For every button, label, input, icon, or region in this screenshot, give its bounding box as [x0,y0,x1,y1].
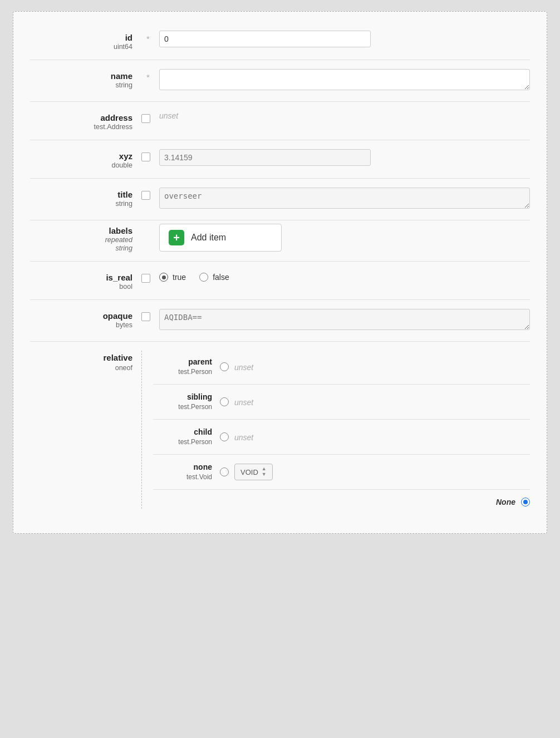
field-id-content [155,31,530,47]
sub-field-child: child test.Person unset [153,421,530,453]
xyz-input [159,149,371,166]
field-opaque: opaque bytes [30,301,530,340]
title-checkbox[interactable] [141,191,150,200]
field-labels-content: + Add item [155,224,530,252]
none-selected-row: None [153,491,530,509]
add-item-label: Add item [191,233,226,243]
title-input [159,188,530,209]
field-relative: relative oneof parent test.Person unset … [30,343,530,516]
void-select[interactable]: VOID ▲ ▼ [234,464,273,480]
sub-field-none: none test.Void VOID ▲ ▼ [153,456,530,488]
sibling-radio[interactable] [220,397,229,406]
sub-field-sibling-label: sibling test.Person [153,392,220,411]
field-title: title string [30,180,530,219]
field-opaque-label: opaque bytes [30,309,141,329]
is-real-false-radio[interactable] [199,273,208,282]
xyz-checkbox[interactable] [141,152,150,161]
field-labels: labels repeated string + Add item [30,222,530,260]
field-is-real: is_real bool true false [30,263,530,298]
none-row-inner: None [153,498,530,506]
relative-name: relative [30,353,132,362]
field-title-content [155,188,530,211]
sub-field-parent-label: parent test.Person [153,357,220,376]
is-real-true-radio[interactable] [159,273,168,282]
add-item-button[interactable]: + [169,230,184,245]
none-selected-radio[interactable] [521,498,530,506]
field-address: address test.Address unset [30,103,530,139]
field-opaque-content [155,309,530,332]
field-id-label: id uint64 [30,31,141,51]
field-is-real-content: true false [155,270,530,282]
child-radio[interactable] [220,432,229,441]
is-real-radio-group: true false [159,270,530,282]
field-id-required: * [141,31,155,43]
form-container: id uint64 * name string * address test.A… [13,11,547,534]
address-checkbox[interactable] [141,114,150,123]
field-name-content [155,69,530,92]
add-item-box[interactable]: + Add item [159,224,282,252]
field-xyz-label: xyz double [30,149,141,169]
labels-spacer [141,224,155,227]
field-xyz-checkbox-wrap [141,149,155,161]
field-name-label: name string [30,69,141,89]
field-relative-label: relative oneof [30,351,141,372]
relative-type: oneof [115,364,132,372]
none-selected-label: None [496,498,515,506]
field-name-required: * [141,69,155,82]
void-arrows: ▲ ▼ [262,466,267,478]
void-select-value: VOID [240,468,258,476]
field-address-content: unset [155,111,530,121]
field-opaque-checkbox-wrap [141,309,155,321]
is-real-true-label: true [173,273,186,282]
field-address-checkbox-wrap [141,111,155,123]
sub-field-child-label: child test.Person [153,427,220,446]
field-id: id uint64 * [30,23,530,58]
field-title-label: title string [30,188,141,208]
none-radio[interactable] [220,468,229,476]
sub-field-sibling: sibling test.Person unset [153,386,530,418]
sub-field-none-label: none test.Void [153,463,220,481]
id-input[interactable] [159,31,371,47]
relative-content: parent test.Person unset sibling test.Pe… [141,351,530,509]
field-is-real-label: is_real bool [30,270,141,291]
opaque-checkbox[interactable] [141,312,150,321]
field-title-checkbox-wrap [141,188,155,200]
field-is-real-checkbox-wrap [141,270,155,283]
field-address-label: address test.Address [30,111,141,131]
field-xyz: xyz double [30,141,530,177]
is-real-false-label: false [213,273,229,282]
opaque-input [159,309,530,330]
field-labels-label: labels repeated string [30,224,141,252]
is-real-checkbox[interactable] [141,274,150,283]
name-input[interactable] [159,69,530,90]
sub-field-parent: parent test.Person unset [153,351,530,383]
field-name: name string * [30,61,530,100]
parent-radio[interactable] [220,362,229,371]
field-xyz-content [155,149,530,166]
